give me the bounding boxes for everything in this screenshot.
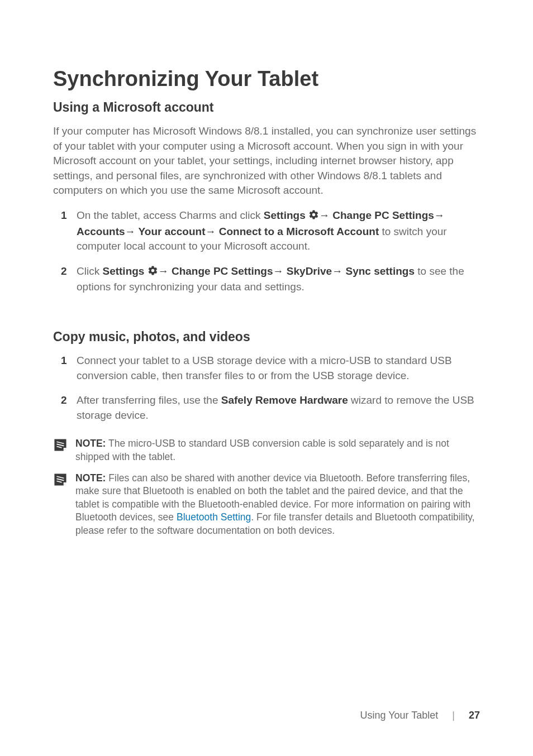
nav-path: Connect to a Microsoft Account <box>219 226 379 237</box>
note-label: NOTE: <box>75 472 106 484</box>
nav-path: Change PC Settings <box>172 265 273 277</box>
settings-label: Settings <box>102 265 147 277</box>
page-title: Synchronizing Your Tablet <box>53 67 480 91</box>
page-number: 27 <box>469 710 480 721</box>
intro-paragraph: If your computer has Microsoft Windows 8… <box>53 124 480 198</box>
step-number: 2 <box>61 264 67 279</box>
note-text: NOTE: The micro-USB to standard USB conv… <box>75 437 480 463</box>
text-run: After transferring files, use the <box>77 394 221 406</box>
arrow-icon: → <box>319 209 332 221</box>
arrow-icon: → <box>434 209 445 221</box>
arrow-icon: → <box>273 265 287 277</box>
text-run: The micro-USB to standard USB conversion… <box>75 438 449 462</box>
footer-section-name: Using Your Tablet <box>360 710 438 721</box>
page-footer: Using Your Tablet | 27 <box>360 710 480 721</box>
note-block: NOTE: The micro-USB to standard USB conv… <box>53 437 480 463</box>
svg-marker-1 <box>64 448 66 451</box>
footer-separator: | <box>452 710 455 721</box>
list-item: 2 Click Settings → Change PC Settings→ S… <box>77 264 480 295</box>
section-heading-microsoft-account: Using a Microsoft account <box>53 100 480 115</box>
step-number: 2 <box>61 393 67 408</box>
step-number: 1 <box>61 353 67 369</box>
list-item: 2 After transferring files, use the Safe… <box>77 393 480 423</box>
arrow-icon: → <box>125 226 139 237</box>
nav-path: Accounts <box>77 226 125 237</box>
nav-path: Change PC Settings <box>332 209 434 221</box>
text-run: Click <box>77 265 102 277</box>
note-text: NOTE: Files can also be shared with anot… <box>75 472 480 538</box>
nav-path: SkyDrive <box>287 265 332 277</box>
bluetooth-setting-link[interactable]: Bluetooth Setting <box>177 511 251 523</box>
list-item: 1 Connect your tablet to a USB storage d… <box>77 353 480 383</box>
gear-icon <box>147 265 158 280</box>
settings-label: Settings <box>264 209 308 221</box>
text-run: On the tablet, access Charms and click <box>77 209 264 221</box>
nav-path: Your account <box>139 226 206 237</box>
arrow-icon: → <box>158 265 172 277</box>
arrow-icon: → <box>206 226 219 237</box>
note-label: NOTE: <box>75 438 106 449</box>
note-icon <box>53 472 69 489</box>
wizard-name: Safely Remove Hardware <box>221 394 348 406</box>
step-number: 1 <box>61 208 67 223</box>
numbered-list-copy: 1 Connect your tablet to a USB storage d… <box>77 353 480 423</box>
note-icon <box>53 437 69 454</box>
gear-icon <box>308 209 319 224</box>
svg-marker-6 <box>64 482 66 485</box>
arrow-icon: → <box>332 265 345 277</box>
text-run: Connect your tablet to a USB storage dev… <box>77 355 452 381</box>
nav-path: Sync settings <box>345 265 415 277</box>
numbered-list-sync: 1 On the tablet, access Charms and click… <box>77 208 480 295</box>
section-heading-copy-media: Copy music, photos, and videos <box>53 329 480 344</box>
note-block: NOTE: Files can also be shared with anot… <box>53 472 480 538</box>
list-item: 1 On the tablet, access Charms and click… <box>77 208 480 254</box>
